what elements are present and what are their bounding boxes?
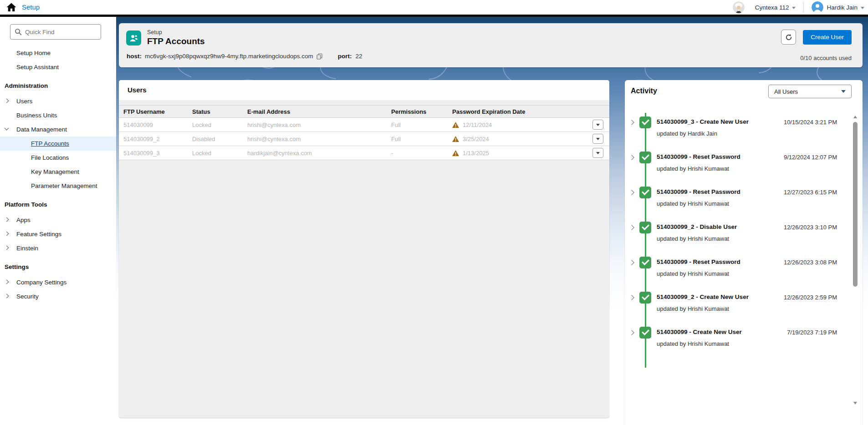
sidebar-item-setup-assistant[interactable]: Setup Assistant: [0, 60, 116, 74]
sidebar-item-label: FTP Accounts: [31, 140, 69, 147]
chevron-down-icon: [841, 90, 846, 93]
users-titlebar: Users: [119, 80, 609, 100]
users-table-header: FTP UsernameStatusE-mail AddressPermissi…: [119, 105, 609, 118]
sidebar-item-ftp-accounts[interactable]: FTP Accounts: [0, 137, 116, 151]
header-actions: Create User: [781, 30, 852, 45]
sidebar-item-business-units[interactable]: Business Units: [0, 108, 116, 122]
cell-permissions: Full: [391, 136, 452, 142]
einstein-avatar[interactable]: [733, 1, 745, 13]
table-row[interactable]: 514030099Lockedhrishi@cyntexa.comFull 12…: [119, 118, 609, 132]
expiration-date: 12/11/2024: [463, 121, 492, 128]
activity-title: 514030099 - Reset Password: [657, 188, 740, 195]
users-table-body: 514030099Lockedhrishi@cyntexa.comFull 12…: [119, 118, 609, 160]
row-actions-button[interactable]: [592, 134, 603, 144]
sidebar-item-feature-settings[interactable]: Feature Settings: [0, 227, 116, 241]
accounts-used-text: 0/10 accounts used: [800, 55, 852, 61]
success-check-icon: [639, 116, 651, 128]
activity-updated-by: updated by Hrishi Kumawat: [657, 200, 729, 207]
activity-entry: 514030099_2 - Disable User12/26/2023 3:1…: [625, 222, 863, 257]
activity-expand-chevron-icon[interactable]: [629, 260, 634, 265]
activity-filter-select[interactable]: All Users: [768, 85, 852, 98]
scroll-up-arrow-icon[interactable]: [853, 116, 857, 118]
sidebar-section-heading-settings: Settings: [0, 257, 116, 275]
cell-permissions: Full: [391, 121, 452, 128]
activity-updated-by: updated by Hrishi Kumawat: [657, 235, 729, 242]
warning-icon: [452, 136, 459, 142]
sidebar-item-security[interactable]: Security: [0, 289, 116, 304]
chevron-down-icon: [596, 124, 600, 126]
activity-filter-value: All Users: [774, 88, 798, 95]
success-check-icon: [639, 292, 651, 304]
success-check-icon: [639, 222, 651, 233]
sidebar-item-label: Setup Home: [16, 50, 51, 56]
sidebar-item-label: Setup Assistant: [16, 64, 59, 71]
cell-ftp-username: 514030099_3: [123, 150, 192, 157]
user-name[interactable]: Hardik Jain: [827, 4, 858, 11]
activity-expand-chevron-icon[interactable]: [629, 295, 634, 300]
activity-expand-chevron-icon[interactable]: [629, 225, 634, 230]
activity-expand-chevron-icon[interactable]: [629, 120, 634, 125]
activity-updated-by: updated by Hardik Jain: [657, 130, 717, 137]
activity-expand-chevron-icon[interactable]: [629, 330, 634, 335]
sidebar-item-data-management[interactable]: Data Management: [0, 122, 116, 137]
sidebar-item-label: Einstein: [16, 245, 38, 252]
activity-updated-by: updated by Hrishi Kumawat: [657, 305, 729, 312]
user-avatar[interactable]: [812, 1, 823, 13]
user-caret-icon[interactable]: [861, 7, 864, 9]
home-icon[interactable]: [6, 2, 17, 13]
chevron-down-icon: [5, 126, 9, 131]
chevron-right-icon: [5, 246, 9, 250]
activity-timestamp: 12/27/2023 6:15 PM: [784, 189, 837, 196]
activity-timestamp: 12/26/2023 2:59 PM: [784, 294, 837, 301]
sidebar-item-parameter-management[interactable]: Parameter Management: [0, 179, 116, 193]
activity-updated-by: updated by Hrishi Kumawat: [657, 340, 729, 347]
sidebar-item-label: File Locations: [31, 154, 69, 161]
copy-icon[interactable]: [317, 53, 322, 60]
expiration-date: 1/13/2025: [463, 150, 489, 157]
cell-status: Disabled: [192, 136, 247, 142]
activity-scrollbar[interactable]: [853, 116, 858, 405]
header-eyebrow: Setup: [147, 29, 162, 35]
quick-find-input[interactable]: [25, 25, 98, 39]
port-label: port:: [338, 53, 352, 60]
sidebar-item-users[interactable]: Users: [0, 94, 116, 108]
activity-entry: 514030099 - Reset Password12/27/2023 6:1…: [625, 187, 863, 222]
activity-updated-by: updated by Hrishi Kumawat: [657, 270, 729, 277]
sidebar-item-label: Company Settings: [16, 279, 66, 286]
row-actions-button[interactable]: [592, 120, 603, 130]
table-row[interactable]: 514030099_3Lockedhardikjain@cyntexa.com-…: [119, 146, 609, 160]
activity-timestamp: 10/15/2024 3:21 PM: [784, 119, 837, 126]
chevron-right-icon: [5, 280, 9, 284]
create-user-button[interactable]: Create User: [803, 30, 852, 45]
cell-actions: [592, 120, 609, 130]
ftp-accounts-icon: [126, 30, 141, 46]
activity-updated-by: updated by Hrishi Kumawat: [657, 165, 729, 172]
chevron-right-icon: [5, 294, 9, 299]
app-title: Setup: [22, 3, 40, 11]
success-check-icon: [639, 152, 651, 163]
sidebar-item-apps[interactable]: Apps: [0, 213, 116, 227]
activity-expand-chevron-icon[interactable]: [629, 155, 634, 160]
search-icon: [15, 28, 22, 35]
org-caret-icon[interactable]: [792, 7, 796, 9]
sidebar-item-key-management[interactable]: Key Management: [0, 165, 116, 179]
sidebar-item-company-settings[interactable]: Company Settings: [0, 275, 116, 289]
scrollbar-thumb[interactable]: [853, 122, 858, 287]
header-card: Setup FTP Accounts host: mc6vgk-sxj9p08p…: [119, 23, 863, 67]
table-row[interactable]: 514030099_2Disabledhrishi@cyntexa.comFul…: [119, 132, 609, 146]
sidebar-item-einstein[interactable]: Einstein: [0, 241, 116, 255]
sidebar-item-setup-home[interactable]: Setup Home: [0, 46, 116, 60]
sidebar-item-label: Feature Settings: [16, 231, 61, 238]
warning-icon: [452, 122, 459, 128]
host-port-line: host: mc6vgk-sxj9p08pqwxqz9hw9-4my.ftp.m…: [127, 53, 362, 60]
sidebar-item-file-locations[interactable]: File Locations: [0, 151, 116, 165]
row-actions-button[interactable]: [592, 148, 603, 158]
scroll-down-arrow-icon[interactable]: [853, 402, 857, 405]
activity-title: 514030099 - Create New User: [657, 329, 742, 335]
refresh-button[interactable]: [781, 30, 796, 45]
top-bar: Setup Cyntexa 112 Hardik Jain: [0, 0, 868, 15]
activity-expand-chevron-icon[interactable]: [629, 190, 634, 195]
activity-entry: 514030099 - Reset Password9/12/2024 12:0…: [625, 152, 863, 187]
success-check-icon: [639, 257, 651, 268]
org-name[interactable]: Cyntexa 112: [755, 4, 789, 11]
